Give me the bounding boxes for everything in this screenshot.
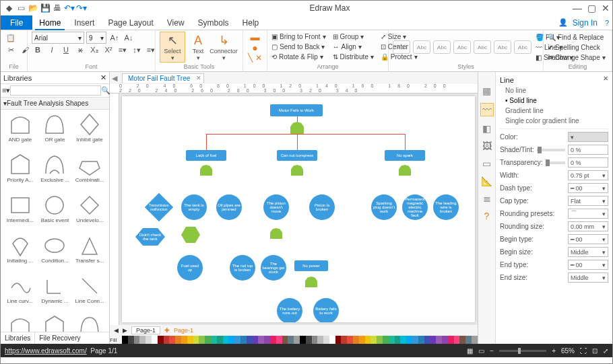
- zoom-slider[interactable]: [499, 350, 546, 352]
- font-family-combo[interactable]: Arial▾: [32, 32, 84, 44]
- node-fuel-used[interactable]: Fuel used up: [177, 255, 203, 281]
- shape-item[interactable]: Exclusive ...: [38, 153, 72, 192]
- color-swatch[interactable]: [187, 336, 193, 344]
- color-swatch[interactable]: [193, 336, 199, 344]
- shape-item[interactable]: AND gate: [3, 314, 37, 332]
- gate-icon[interactable]: [291, 165, 303, 176]
- user-icon[interactable]: 👤: [558, 15, 569, 30]
- node-trans-mal[interactable]: Transmission malfunction: [145, 193, 173, 221]
- tab-libraries[interactable]: Libraries: [1, 332, 35, 344]
- shrink-font-icon[interactable]: A↓: [123, 32, 135, 44]
- tab-close-icon[interactable]: ✕: [196, 75, 201, 81]
- close-icon[interactable]: ✕: [602, 3, 610, 13]
- width-value[interactable]: 0.75 pt▾: [568, 170, 608, 180]
- find-replace-button[interactable]: 🔍 Find & Replace: [548, 32, 608, 42]
- color-swatch[interactable]: [353, 336, 359, 344]
- tab-prev-icon[interactable]: ◀: [110, 74, 119, 83]
- color-swatch[interactable]: [158, 336, 164, 344]
- color-swatch[interactable]: [347, 336, 353, 344]
- color-swatch[interactable]: [412, 336, 418, 344]
- style-item[interactable]: Abc: [393, 40, 410, 54]
- color-swatch[interactable]: [152, 336, 158, 344]
- shape-item[interactable]: AND gate: [3, 112, 37, 151]
- gate-or-icon[interactable]: [290, 122, 304, 134]
- color-swatch[interactable]: [253, 336, 259, 344]
- color-swatch[interactable]: [454, 336, 460, 344]
- style-item[interactable]: Abc: [433, 40, 451, 54]
- save-icon[interactable]: 💾: [40, 3, 51, 13]
- style-item[interactable]: Abc: [494, 40, 511, 54]
- fit-icon[interactable]: ⛶: [580, 347, 587, 355]
- panel-close-icon[interactable]: ✕: [603, 75, 608, 85]
- bullets-button[interactable]: ≡▾: [117, 44, 129, 56]
- subscript-button[interactable]: X₂: [88, 44, 100, 56]
- superscript-button[interactable]: X²: [102, 44, 115, 56]
- node-magnet[interactable]: Permanent magnetic electric machine faul…: [402, 194, 428, 220]
- redo-icon[interactable]: ↷▾: [76, 3, 87, 13]
- shape-item[interactable]: Line Conn...: [73, 274, 106, 313]
- view-icon[interactable]: ▦: [467, 347, 473, 355]
- add-page-icon[interactable]: ✚: [164, 327, 170, 334]
- view-icon[interactable]: ▭: [478, 347, 484, 355]
- menu-page-layout[interactable]: Page Layout: [101, 15, 160, 30]
- color-picker[interactable]: ▾: [568, 132, 608, 142]
- color-swatch[interactable]: [370, 336, 377, 344]
- new-icon[interactable]: ▭: [15, 3, 26, 13]
- node-battery-out[interactable]: The battery runs out: [277, 298, 302, 322]
- fit-icon[interactable]: ⊡: [592, 347, 598, 355]
- color-swatch[interactable]: [199, 336, 205, 344]
- color-swatch[interactable]: [181, 336, 187, 344]
- style-item[interactable]: Abc: [514, 40, 531, 54]
- rect-shape-icon[interactable]: ▬: [251, 32, 260, 42]
- bold-button[interactable]: B: [32, 44, 44, 56]
- style-item[interactable]: Abc: [413, 40, 430, 54]
- menu-insert[interactable]: Insert: [67, 15, 101, 30]
- help-tab-icon[interactable]: ?: [484, 211, 490, 221]
- status-url[interactable]: https://www.edrawsoft.com/: [5, 347, 87, 355]
- help-icon[interactable]: ?: [602, 15, 612, 30]
- cut-icon[interactable]: ✂: [5, 44, 17, 56]
- node-wire[interactable]: The leading wire is broken: [433, 194, 459, 220]
- shape-item[interactable]: Basic event: [38, 193, 72, 232]
- color-swatch[interactable]: [282, 336, 288, 344]
- page-tab[interactable]: Page-1: [131, 326, 160, 334]
- node-cant-compress[interactable]: Can not compress: [277, 150, 317, 161]
- opt-solid-line[interactable]: • Solid line: [500, 96, 608, 106]
- image-tab-icon[interactable]: 🖼: [482, 141, 492, 151]
- document-tab[interactable]: Motor Fail Fault Tree✕: [122, 73, 204, 83]
- node-no-check[interactable]: Didn't check the tank: [135, 228, 165, 246]
- style-item[interactable]: Abc: [453, 40, 471, 54]
- fill-tab-icon[interactable]: ▦: [482, 85, 491, 96]
- shape-item[interactable]: Priority A...: [38, 314, 72, 332]
- style-item[interactable]: Abc: [474, 40, 491, 54]
- opt-gradient-line[interactable]: Gradient line: [500, 106, 608, 116]
- drawing-page[interactable]: Motor Fails to Work Lack of fuel Can not…: [122, 96, 475, 322]
- color-swatch[interactable]: [164, 336, 170, 344]
- node-no-power[interactable]: No power: [294, 260, 328, 271]
- color-swatch[interactable]: [323, 336, 329, 344]
- node-root[interactable]: Motor Fails to Work: [270, 104, 323, 116]
- color-swatch[interactable]: [306, 336, 312, 344]
- undo-icon[interactable]: ↶▾: [64, 3, 75, 13]
- end-type[interactable]: ━ 00▾: [568, 260, 608, 270]
- color-swatch[interactable]: [312, 336, 318, 344]
- libraries-close-icon[interactable]: ✕: [100, 73, 106, 82]
- color-swatch[interactable]: [418, 336, 424, 344]
- file-menu[interactable]: File: [1, 15, 32, 30]
- layers-tab-icon[interactable]: ≣: [483, 193, 491, 204]
- cap-value[interactable]: Flat▾: [568, 196, 608, 206]
- menu-help[interactable]: Help: [236, 15, 266, 30]
- node-rod[interactable]: The rod top is broken: [230, 255, 255, 281]
- shape-item[interactable]: Undevelo...: [73, 193, 106, 232]
- color-swatch[interactable]: [288, 336, 294, 344]
- color-swatch[interactable]: [424, 336, 430, 344]
- shape-item[interactable]: Inhibit gate: [73, 112, 106, 151]
- color-swatch[interactable]: [139, 336, 146, 344]
- color-swatch[interactable]: [400, 336, 406, 344]
- color-swatch[interactable]: [122, 336, 128, 344]
- shape-item[interactable]: Intermedi...: [3, 193, 37, 232]
- lib-menu-icon[interactable]: ≡▾: [2, 86, 10, 95]
- color-swatch[interactable]: [128, 336, 134, 344]
- color-swatch[interactable]: [430, 336, 436, 344]
- spelling-button[interactable]: ✔ Spelling Check: [548, 42, 608, 52]
